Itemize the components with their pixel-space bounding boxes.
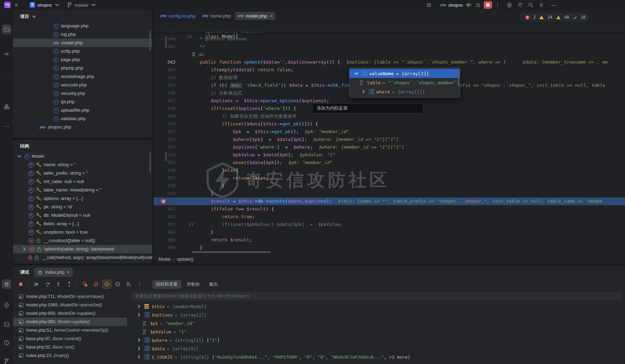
structure-item[interactable]: m__call(method, args): array|false|mixed… [13,253,152,262]
code-line[interactable]: 357 return false; [154,174,625,182]
structure-item[interactable]: Pfields: array = [...] [13,220,152,228]
settings-button[interactable] [539,0,544,10]
project-file[interactable]: Cpage.php [13,56,152,64]
popup-variable-row[interactable]: 12where= {array[1]} [349,87,460,96]
code-line[interactable]: 356 }else{ [154,167,625,174]
mute-breakpoints-button[interactable] [92,280,100,288]
variable-row[interactable]: 1001$pk= "member_id" [129,319,623,327]
author-inlay[interactable]: abc [154,51,625,58]
terminal-toolwindow-button[interactable] [2,320,11,329]
editor-tab[interactable]: phpconfig.ini.php [158,12,198,20]
step-out-button[interactable] [65,280,73,288]
structure-toolwindow-button[interactable] [2,102,11,111]
code-line[interactable]: 365 return $result; [154,236,625,244]
debug-view-tab[interactable]: 控制台 [183,280,204,289]
project-file[interactable]: Cphpzip.php [13,64,152,72]
variable-row[interactable]: $this= {memberModel} [129,302,623,311]
stop-button[interactable] [17,280,25,288]
popup-variable-row[interactable]: 1001table= "`shopnc`.`shopnc_member`" [349,78,460,87]
project-file[interactable]: Cvalidate.php [13,115,152,123]
project-file[interactable]: phpmodel.php [13,39,152,47]
project-file[interactable]: Cresizeimage.php [13,72,152,81]
problems-toolwindow-button[interactable] [2,338,11,347]
breadcrumb-item[interactable]: Model [159,257,170,262]
toolbar-kebab-button[interactable]: ⋮ [135,280,144,288]
stack-frame[interactable]: model.php:711, ModelDb->parseValue() [13,292,127,301]
project-file[interactable]: Cuploadfile.php [13,106,152,115]
code-line[interactable]: 341 */ [154,43,625,51]
code-line[interactable]: 358 } [154,182,625,190]
run-toolwindow-button[interactable] [2,300,11,310]
stack-frame[interactable]: base.php:97, Base::control() [13,334,127,343]
view-breakpoints-button[interactable] [81,280,89,288]
project-toolwindow-button[interactable] [2,25,11,34]
breakpoint-icon[interactable] [161,199,166,204]
structure-root[interactable]: CModel [13,152,152,161]
code-line[interactable]: 363// if(isset($pkValue)) $data[$pk] = $… [154,221,625,228]
step-into-button[interactable] [54,280,63,288]
project-widget[interactable]: S shopnc [30,0,60,10]
code-line[interactable]: 366 } [154,244,625,252]
variable-row[interactable]: 12$data= {array[9]} [129,344,623,353]
add-watch-button[interactable] [124,280,133,288]
run-config-widget[interactable]: php shopnc [440,0,471,10]
stack-frame[interactable]: base.php:52, Base::run() [13,343,127,351]
project-file[interactable]: Clanguage.php [13,22,152,30]
more-toolwindows-button[interactable]: ⋯ [2,122,11,131]
commit-toolwindow-button[interactable] [2,49,11,59]
code-line[interactable]: 364 } [154,228,625,236]
close-icon[interactable]: × [270,13,273,19]
code-line[interactable]: 354 $pkValue = $data[$pk];$pkValue: "1" [154,151,625,159]
minimize-button[interactable]: — [551,0,556,10]
structure-item[interactable]: Pinit_table: null = null [13,177,152,186]
structure-item[interactable]: m__construct([table = null]) [13,236,152,245]
stop-button[interactable] [484,0,492,10]
code-area[interactable]: 339 * @param array $options340 * @return… [154,27,625,255]
variable-row[interactable]: 12$options= {array[2]} [129,311,623,319]
git-toolwindow-button[interactable] [2,356,11,364]
project-file[interactable]: Ctpl.php [13,98,152,106]
structure-item[interactable]: mtableInfo(table: string): false|mixed [13,245,152,253]
code-line[interactable]: 349 // 如果存在主键,自动作为更新条件 [154,112,625,120]
structure-item[interactable]: Ppk: string = 'id' [13,203,152,211]
breadcrumb[interactable]: Model›update() [154,255,625,264]
debug-button[interactable] [475,0,481,10]
variable-row[interactable]: 1001$pkValue= "1" [129,327,623,336]
popup-variable-row[interactable]: 12valueName= {array[2]} [349,69,460,78]
project-file[interactable]: Clog.php [13,30,152,39]
stack-frame[interactable]: home.php:51, homeControl->memberOp() [13,326,127,334]
structure-item[interactable]: Ptable_prefix: string = '' [13,169,152,177]
structure-scrollbar[interactable] [149,152,151,173]
debug-toolwindow-button[interactable] [2,279,11,289]
stack-frame[interactable]: index.php:23, {main}() [13,351,127,360]
collab-button[interactable]: @ [507,0,512,10]
branch-widget[interactable]: master [67,0,96,10]
code-line[interactable]: 350 if(isset($data[$this->get_pk()])) { [154,120,625,128]
profiler-button[interactable] [426,0,432,10]
debug-session-tab[interactable]: index.php × [34,268,73,277]
debug-view-tab[interactable]: 线程和变量 [152,280,181,289]
code-line[interactable]: 362 return true; [154,213,625,221]
stack-frame[interactable]: model.php:1065, ModelDb->parseSet() [13,301,127,309]
code-line[interactable]: 351 $pk = $this->get_pk();$pk: "member_i… [154,128,625,136]
editor-tab[interactable]: phphome.php [200,12,233,20]
project-file[interactable]: Cncftp.php [13,47,152,56]
run-button[interactable] [467,0,472,10]
variable-row[interactable]: 12$_COOKIE= {string[6]} ["0u2m5p7sn80h94… [129,353,623,361]
inspections-widget[interactable]: 2 14 48 16 [520,13,590,22]
code-line[interactable]: 353 $options['where'] = $where;$where: {… [154,143,625,151]
debug-view-tab[interactable]: 输出 [206,280,221,289]
structure-item[interactable]: Ptable_name: mixed|string = '' [13,186,152,194]
structure-item[interactable]: Pname: string = '' [13,161,152,169]
project-scrollbar[interactable] [149,31,151,51]
code-line[interactable]: 342 public function update($data='',$opt… [154,58,625,66]
breadcrumb-item[interactable]: update() [177,257,193,262]
evaluate-button[interactable]: C [103,280,111,288]
more-options-button[interactable] [114,280,122,288]
code-line[interactable]: 355 unset($data[$pk]);$pk: "member_id" [154,159,625,167]
project-file[interactable]: Cseccode.php [13,81,152,89]
project-file[interactable]: Csecurity.php [13,89,152,98]
editor-tab[interactable]: phpmodel.php× [235,12,275,20]
variable-row[interactable]: 12$where= {string[1]} ["1"] [129,336,623,344]
stack-frame[interactable]: model.php:360, Model->update() [13,318,127,326]
